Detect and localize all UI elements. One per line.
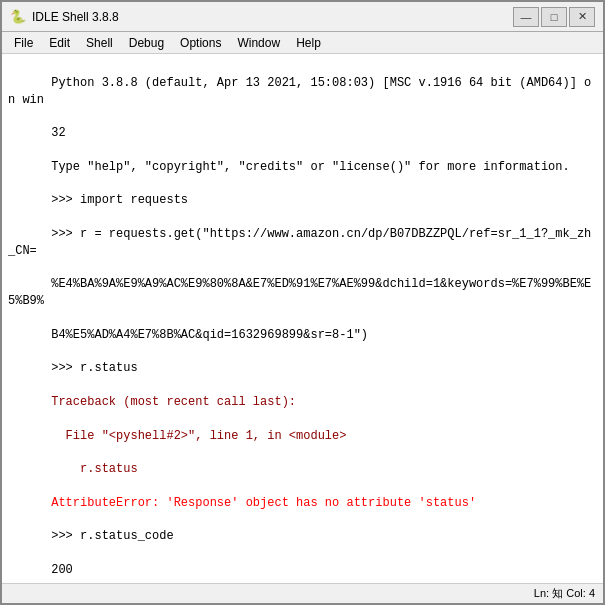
title-bar-left: 🐍 IDLE Shell 3.8.8 — [10, 9, 119, 25]
menu-shell[interactable]: Shell — [78, 34, 121, 52]
traceback-header: Traceback (most recent call last): — [51, 395, 296, 409]
cmd4: r.status_code — [80, 529, 174, 543]
title-bar: 🐍 IDLE Shell 3.8.8 — □ ✕ — [2, 2, 603, 32]
status-bar: Ln: 知 Col: 4 — [2, 583, 603, 603]
app-icon: 🐍 — [10, 9, 26, 25]
menu-help[interactable]: Help — [288, 34, 329, 52]
close-button[interactable]: ✕ — [569, 7, 595, 27]
title-buttons: — □ ✕ — [513, 7, 595, 27]
menu-options[interactable]: Options — [172, 34, 229, 52]
status-code-result: 200 — [51, 563, 73, 577]
cmd1: import requests — [80, 193, 188, 207]
cmd3: r.status — [80, 361, 138, 375]
cmd2-line2: %E4%BA%9A%E9%A9%AC%E9%80%8A&E7%ED%91%E7%… — [8, 277, 591, 308]
cmd2: r = requests.get("https://www.amazon.cn/… — [8, 227, 591, 258]
traceback-file: File "<pyshell#2>", line 1, in <module> — [51, 429, 346, 443]
menu-bar: File Edit Shell Debug Options Window Hel… — [2, 32, 603, 54]
menu-debug[interactable]: Debug — [121, 34, 172, 52]
startup-line1: Python 3.8.8 (default, Apr 13 2021, 15:0… — [8, 76, 591, 107]
window-title: IDLE Shell 3.8.8 — [32, 10, 119, 24]
prompt2: >>> — [51, 227, 80, 241]
maximize-button[interactable]: □ — [541, 7, 567, 27]
output-area: Python 3.8.8 (default, Apr 13 2021, 15:0… — [8, 58, 597, 583]
menu-edit[interactable]: Edit — [41, 34, 78, 52]
startup-line2: 32 — [51, 126, 65, 140]
prompt4: >>> — [51, 529, 80, 543]
attr-error: AttributeError: 'Response' object has no… — [51, 496, 476, 510]
main-window: 🐍 IDLE Shell 3.8.8 — □ ✕ File Edit Shell… — [0, 0, 605, 605]
prompt3: >>> — [51, 361, 80, 375]
menu-window[interactable]: Window — [229, 34, 288, 52]
startup-line3: Type "help", "copyright", "credits" or "… — [51, 160, 569, 174]
cmd2-line3: B4%E5%AD%A4%E7%8B%AC&qid=1632969899&sr=8… — [51, 328, 368, 342]
status-right: Ln: 知 Col: 4 — [534, 586, 595, 601]
shell-content[interactable]: Python 3.8.8 (default, Apr 13 2021, 15:0… — [2, 54, 603, 583]
prompt1: >>> — [51, 193, 80, 207]
menu-file[interactable]: File — [6, 34, 41, 52]
minimize-button[interactable]: — — [513, 7, 539, 27]
traceback-code: r.status — [51, 462, 137, 476]
